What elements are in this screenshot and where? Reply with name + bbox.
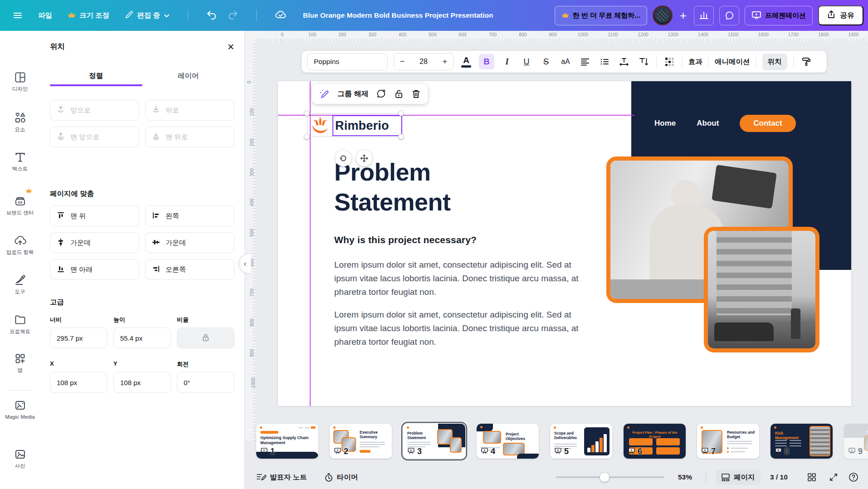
tab-align[interactable]: 정렬 (50, 65, 142, 86)
bold-button[interactable]: B (479, 54, 494, 69)
undo-icon[interactable] (206, 10, 217, 21)
letter-spacing-button[interactable] (617, 54, 631, 69)
align-right-button[interactable]: 오른쪽 (145, 259, 234, 280)
selection-handle-top-left[interactable] (304, 110, 310, 116)
selection-handle-top-right[interactable] (398, 110, 404, 116)
slide-photo-building[interactable] (704, 227, 819, 352)
send-to-back-button[interactable]: 맨 뒤로 (145, 127, 234, 147)
add-comment-icon[interactable] (376, 89, 386, 99)
sidebar-item-photos[interactable]: 사진 (0, 448, 40, 469)
present-button[interactable]: 프레젠테이션 (745, 6, 813, 25)
timer-button[interactable]: 타이머 (324, 473, 358, 482)
share-button[interactable]: 공유 (818, 5, 863, 25)
unlock-icon[interactable] (394, 89, 404, 99)
slide-thumbnail-9[interactable]: Team 9 (844, 424, 868, 459)
delete-icon[interactable] (411, 89, 421, 99)
slide-thumbnail-2[interactable]: Executive Summary 2 (330, 424, 392, 459)
slide-thumbnail-3[interactable]: Problem Statement 3 (403, 424, 465, 459)
tab-layers[interactable]: 레이어 (142, 65, 235, 86)
selection-handle-bottom-left[interactable] (304, 134, 310, 140)
sidebar-item-elements[interactable]: 요소 (0, 112, 40, 132)
add-member-button[interactable]: + (678, 9, 688, 23)
x-input[interactable]: 108 px (50, 372, 107, 393)
pages-view-button[interactable]: 페이지 (716, 469, 761, 485)
line-height-button[interactable] (637, 54, 650, 69)
sidebar-item-text[interactable]: 텍스트 (0, 151, 40, 172)
center-vertically-button[interactable]: 가운데 (145, 232, 234, 253)
zoom-slider[interactable] (556, 476, 664, 478)
magic-edit-icon[interactable] (319, 88, 330, 99)
close-icon[interactable]: ✕ (227, 43, 234, 51)
insights-button[interactable] (694, 6, 714, 25)
slide-thumbnail-5[interactable]: Scope and Deliverables 5 (550, 424, 612, 459)
rotate-handle[interactable] (335, 150, 351, 166)
sidebar-item-brand-center[interactable]: co 브랜드 센터 (0, 195, 40, 216)
resize-menu[interactable]: 크기 조정 (68, 11, 109, 20)
sidebar-item-magic-media[interactable]: Magic Media (0, 399, 40, 420)
slide-subtitle[interactable]: Why is this project necessary? (334, 235, 477, 245)
font-size-increase-button[interactable]: + (443, 57, 447, 66)
document-title[interactable]: Blue Orange Modern Bold Business Project… (303, 0, 493, 31)
selection-handle-bottom-right[interactable] (398, 134, 404, 140)
editing-mode-menu[interactable]: 편집 중 (125, 10, 170, 21)
list-button[interactable] (598, 54, 611, 69)
bring-forward-button[interactable]: 앞으로 (50, 100, 139, 121)
align-top-button[interactable]: 맨 위 (50, 205, 139, 226)
sidebar-item-uploads[interactable]: 업로드 항목 (0, 235, 40, 255)
height-input[interactable]: 55.4 px (113, 328, 171, 348)
text-color-button[interactable]: A (459, 54, 473, 69)
underline-button[interactable]: U (520, 54, 533, 69)
font-size-value[interactable]: 28 (419, 58, 428, 66)
move-handle[interactable] (356, 150, 372, 166)
slide-nav-about[interactable]: About (697, 119, 719, 128)
width-input[interactable]: 295.7 px (50, 328, 107, 348)
strikethrough-button[interactable]: S (539, 54, 553, 69)
sidebar-item-tools[interactable]: 도구 (0, 274, 40, 295)
center-horizontally-button[interactable]: 가운데 (50, 232, 139, 253)
zoom-slider-thumb[interactable] (600, 472, 610, 482)
sidebar-item-apps[interactable]: 앱 (0, 352, 40, 373)
slide-nav-contact-button[interactable]: Contact (740, 115, 795, 132)
presenter-notes-button[interactable]: 발표자 노트 (256, 473, 307, 482)
rotation-input[interactable]: 0° (177, 372, 234, 393)
slide-thumbnail-4[interactable]: Project Objectives 4 (477, 424, 539, 459)
align-left-button[interactable]: 왼쪽 (145, 205, 234, 226)
ratio-lock-button[interactable] (177, 328, 234, 348)
italic-button[interactable]: I (500, 54, 514, 69)
text-align-button[interactable] (578, 54, 592, 69)
font-size-decrease-button[interactable]: − (400, 57, 405, 66)
redo-icon[interactable] (227, 10, 238, 21)
font-family-select[interactable]: Poppins (307, 53, 388, 70)
ungroup-button[interactable]: 그룹 해제 (337, 89, 368, 99)
transparency-button[interactable] (663, 54, 676, 69)
saved-cloud-check-icon[interactable] (275, 10, 287, 21)
sidebar-item-design[interactable]: 디자인 (0, 71, 40, 92)
selection-context-toolbar: 그룹 해제 (312, 84, 428, 104)
y-input[interactable]: 108 px (113, 372, 171, 393)
slide-body-paragraph[interactable]: Lorem ipsum dolor sit amet, consectetur … (334, 258, 581, 299)
file-menu[interactable]: 파일 (38, 11, 52, 20)
avatar[interactable] (653, 5, 673, 25)
text-case-button[interactable]: aA (559, 54, 572, 69)
align-bottom-button[interactable]: 맨 아래 (50, 259, 139, 280)
help-icon[interactable] (846, 470, 861, 484)
fullscreen-icon[interactable] (826, 470, 841, 484)
slide-thumbnail-8[interactable]: Risk Management 8 (770, 424, 833, 459)
effects-button[interactable]: 효과 (688, 57, 702, 67)
slide-thumbnail-7[interactable]: Resources and Budget 7 (697, 424, 759, 459)
position-button[interactable]: 위치 (762, 54, 787, 70)
slide-nav-home[interactable]: Home (654, 119, 676, 128)
slide-thumbnail-6[interactable]: Project Plan : Phases of the Project 6 (624, 424, 686, 459)
send-backward-button[interactable]: 뒤로 (145, 100, 234, 121)
bring-to-front-button[interactable]: 맨 앞으로 (50, 127, 139, 147)
free-trial-button[interactable]: 한 번 더 무료 체험하... (555, 6, 647, 25)
copy-style-roller-icon[interactable] (800, 54, 813, 69)
grid-view-icon[interactable] (805, 470, 819, 484)
hamburger-menu-icon[interactable] (13, 10, 23, 20)
slide-body-paragraph[interactable]: Lorem ipsum dolor sit amet, consectetur … (334, 308, 581, 349)
sidebar-item-projects[interactable]: 프로젝트 (0, 314, 40, 335)
animate-button[interactable]: 애니메이션 (715, 57, 750, 67)
slide-title[interactable]: Problem Statement (334, 157, 547, 217)
comments-button[interactable] (719, 6, 739, 25)
slide-thumbnail-1[interactable]: Optimizing Supply Chain Management 1 (256, 424, 318, 459)
